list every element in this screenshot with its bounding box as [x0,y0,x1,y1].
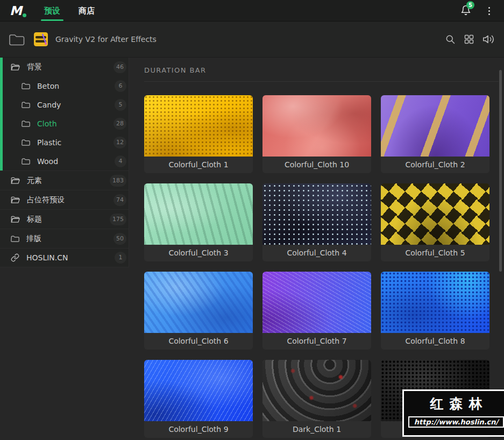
pack-toolbar: Gravity V2 for After Effects [0,22,504,58]
sidebar-item-label: Cloth [37,119,113,128]
preset-thumbnail[interactable] [144,183,253,245]
kebab-dot [488,10,490,12]
folder-icon [22,120,30,127]
preset-label: Dark_Cloth 1 [262,421,371,438]
preset-label: Colorful_Cloth 6 [144,333,253,350]
folder-open-icon [11,196,20,204]
sidebar-item-label: 占位符预设 [27,195,113,205]
preset-thumbnail[interactable] [144,360,253,421]
preset-card[interactable]: Colorful_Cloth 4 [262,183,371,261]
section-divider [144,81,499,82]
count-badge: 74 [113,194,126,206]
kebab-dot [488,7,490,9]
pack-thumbnail[interactable] [34,32,48,46]
sidebar-item-beton[interactable]: Beton 6 [3,76,129,95]
sidebar-item-label: 背景 [27,62,113,72]
tab-presets-label: 预设 [44,6,60,16]
preset-card[interactable]: Colorful_Cloth 1 [144,95,253,173]
sidebar-item-backgrounds[interactable]: 背景 46 [3,58,129,76]
preset-card[interactable]: Colorful_Cloth 7 [262,272,371,350]
sidebar-item-candy[interactable]: Candy 5 [3,95,129,114]
more-menu-button[interactable] [485,5,493,17]
watermark-url: http://www.hoslin.cn/ [408,416,504,428]
preset-thumbnail[interactable] [262,95,371,157]
kebab-dot [488,13,490,15]
search-icon[interactable] [445,34,456,45]
preset-thumbnail[interactable] [262,272,371,333]
count-badge: 6 [115,80,126,92]
topbar-actions: 5 [460,0,493,22]
preset-thumbnail[interactable] [262,183,371,245]
sidebar-item-titles[interactable]: 标题 175 [0,209,129,229]
content-layout: 背景 46 Beton 6 Candy 5 [0,58,504,439]
category-list: 背景 46 Beton 6 Candy 5 [0,58,129,267]
folder-icon [11,235,19,243]
preset-label: Colorful_Cloth 5 [381,245,489,261]
notifications-button[interactable]: 5 [460,5,472,17]
preset-card[interactable]: Colorful_Cloth 10 [262,95,371,173]
preset-card[interactable]: Dark_Cloth 1 [262,360,371,438]
scrollbar-thumb[interactable] [499,70,502,272]
grid-view-icon[interactable] [464,34,474,45]
sidebar-item-plastic[interactable]: Plastic 12 [3,133,129,152]
tab-store[interactable]: 商店 [76,0,97,22]
count-badge: 5 [115,99,126,111]
sidebar-item-hoslin-link[interactable]: HOSLIN.CN 1 [0,248,129,267]
preset-label: Colorful_Cloth 3 [144,245,253,261]
preset-thumbnail[interactable] [144,95,253,157]
count-badge: 183 [110,175,126,187]
preset-label: Colorful_Cloth 9 [144,421,253,438]
preset-thumbnail[interactable] [262,360,371,421]
preset-card[interactable]: Colorful_Cloth 8 [381,272,489,350]
folder-icon [22,139,30,146]
folder-open-icon [11,215,20,223]
folder-back-icon[interactable] [9,33,25,46]
sidebar-item-elements[interactable]: 元素 183 [0,171,129,190]
sidebar-item-label: HOSLIN.CN [26,253,115,262]
sidebar-item-label: 元素 [27,176,110,186]
section-title: DURATION BAR [144,66,504,74]
preset-thumbnail[interactable] [144,272,253,333]
count-badge: 50 [113,233,126,245]
top-bar: M 预设 商店 5 [0,0,504,22]
preset-card[interactable]: Colorful_Cloth 5 [381,183,489,261]
motionbro-logo-icon[interactable]: M [10,4,28,18]
preset-thumbnail[interactable] [381,183,489,245]
sidebar-item-placeholder-presets[interactable]: 占位符预设 74 [0,190,129,209]
count-badge: 28 [113,118,126,130]
group-backgrounds: 背景 46 Beton 6 Candy 5 [0,58,129,171]
preset-thumbnail[interactable] [381,95,489,157]
preset-label: Colorful_Cloth 7 [262,333,371,350]
sidebar-item-cloth[interactable]: Cloth 28 [3,114,129,133]
count-badge: 1 [115,252,126,264]
sidebar-item-label: Candy [37,101,115,109]
watermark-title: 红森林 [404,395,504,413]
preset-thumbnail[interactable] [381,272,489,333]
preset-label: Colorful_Cloth 8 [381,333,489,350]
preset-card[interactable]: Colorful_Cloth 2 [381,95,489,173]
tab-presets[interactable]: 预设 [42,0,62,22]
preset-card[interactable]: Colorful_Cloth 3 [144,183,253,261]
count-badge: 12 [113,137,126,148]
sound-icon[interactable] [482,33,494,45]
sidebar-item-label: Plastic [37,138,113,147]
count-badge: 46 [113,61,126,73]
sidebar: 背景 46 Beton 6 Candy 5 [0,58,129,439]
sidebar-item-typography[interactable]: 排版 50 [0,229,129,248]
toolbar-actions [445,33,494,45]
sidebar-item-label: 标题 [27,215,110,224]
tab-store-label: 商店 [79,6,95,16]
watermark: 红森林 http://www.hoslin.cn/ [402,389,504,437]
count-badge: 175 [110,214,126,225]
sidebar-item-wood[interactable]: Wood 4 [3,152,129,171]
sidebar-item-label: 排版 [26,234,113,244]
preset-label: Colorful_Cloth 2 [381,157,489,173]
folder-icon [22,82,30,90]
sidebar-item-label: Beton [37,82,115,90]
preset-label: Colorful_Cloth 1 [144,157,253,173]
preset-card[interactable]: Colorful_Cloth 9 [144,360,253,438]
pack-title: Gravity V2 for After Effects [55,35,157,44]
preset-browser: DURATION BAR Colorful_Cloth 1 Colorful_C… [129,58,504,439]
folder-icon [22,158,30,165]
preset-card[interactable]: Colorful_Cloth 6 [144,272,253,350]
